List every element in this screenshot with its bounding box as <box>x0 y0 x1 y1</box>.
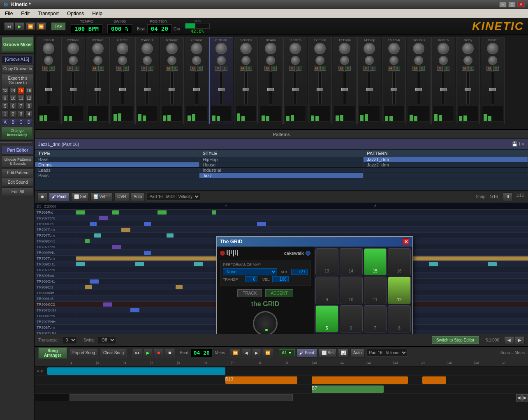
letter-c[interactable]: C <box>18 119 25 126</box>
ch-solo-3[interactable]: S <box>123 66 129 71</box>
tempo-value[interactable]: 100 BPM <box>71 24 102 33</box>
ch-mute-11[interactable]: M <box>314 66 320 71</box>
note-6-0[interactable] <box>112 245 121 249</box>
grid-dialog-close-btn[interactable]: ✕ <box>403 238 409 245</box>
sa-stop-btn[interactable]: ⏹ <box>165 348 175 358</box>
ch-fader-handle-8[interactable] <box>243 88 249 91</box>
maximize-btn[interactable]: □ <box>508 2 516 7</box>
edit-all-btn[interactable]: Edit All <box>2 187 34 196</box>
ch-knob-8[interactable] <box>240 43 252 54</box>
grid-track[interactable]: TR909Rid <box>35 210 528 215</box>
choose-patterns-btn[interactable]: choose Patterns & Sounds <box>2 155 34 168</box>
num-6[interactable]: 6 <box>9 103 16 110</box>
part-select[interactable]: Part 16 : MIDI : Velocity <box>146 193 200 201</box>
num-15[interactable]: 15 <box>18 87 25 94</box>
sa-vel-btn[interactable]: 📊 <box>338 348 349 358</box>
ch-solo-1[interactable]: S <box>74 66 79 71</box>
mixer-ch-6[interactable]: 7:iTranc M S <box>185 37 208 124</box>
sa-rewind-btn[interactable]: ⏮ <box>132 348 142 358</box>
mixer-ch-18[interactable]: Master M S <box>481 37 505 124</box>
ch-fader-handle-16[interactable] <box>440 88 447 91</box>
num-16[interactable]: 16 <box>25 87 32 94</box>
mixer-ch-7[interactable]: 8:TR:80 M S <box>209 37 233 124</box>
ch-knob2-14[interactable] <box>389 56 398 65</box>
ch-fader-3[interactable] <box>121 72 124 104</box>
ch-fader-1[interactable] <box>72 72 75 104</box>
pad-8[interactable]: 8 <box>388 305 411 332</box>
ch-solo-15[interactable]: S <box>419 66 425 71</box>
grid-track[interactable]: TR707Tom <box>35 215 528 221</box>
ch-knob2-12[interactable] <box>340 56 349 65</box>
pad-15[interactable]: 15 <box>364 248 387 275</box>
sa-prev-btn[interactable]: ◀ <box>242 348 251 358</box>
ch-knob-0[interactable] <box>43 43 54 54</box>
ch-knob-6[interactable] <box>191 43 202 54</box>
perf-none-select[interactable]: None <box>223 268 277 275</box>
ch-fader-handle-9[interactable] <box>267 88 274 91</box>
ch-mute-5[interactable]: M <box>166 66 171 71</box>
vel-btn[interactable]: 📊 Vel== <box>90 192 113 201</box>
style-hiphop[interactable]: HipHop <box>199 157 364 162</box>
select-btn[interactable]: ⬜ Sel <box>71 192 89 201</box>
sa-play-btn[interactable]: ▶ <box>144 348 153 358</box>
ch-knob-4[interactable] <box>141 43 153 54</box>
pattern-jazz2[interactable]: Jazz2_drm <box>364 162 528 167</box>
ch-solo-5[interactable]: S <box>172 66 178 71</box>
note-13-1[interactable] <box>176 285 183 289</box>
ch-mute-4[interactable]: M <box>141 66 147 71</box>
ch-knob2-6[interactable] <box>192 56 201 65</box>
ch-knob-9[interactable] <box>265 43 276 54</box>
ch-fader-0[interactable] <box>47 72 50 104</box>
track-notes-1[interactable] <box>76 215 528 221</box>
note-0-3[interactable] <box>212 210 216 215</box>
scroll-thumb[interactable] <box>69 394 293 401</box>
ch-fader-handle-0[interactable] <box>45 88 52 91</box>
scroll-right-btn[interactable]: ▶ <box>515 336 525 344</box>
menu-help[interactable]: Help <box>89 10 106 17</box>
track-content-1[interactable] <box>47 367 528 375</box>
edit-sound-btn[interactable]: Edit Sound <box>2 178 34 187</box>
ch-fader-7[interactable] <box>220 72 223 104</box>
mixer-ch-3[interactable]: 4:TR:90 M S <box>111 37 134 124</box>
ch-fader-5[interactable] <box>170 72 174 104</box>
ch-knob-14[interactable] <box>388 43 400 54</box>
ch-fader-15[interactable] <box>417 72 420 104</box>
ovr-btn[interactable]: OVR <box>114 192 129 201</box>
accent-btn[interactable]: ACCENT <box>265 289 293 297</box>
pad-9[interactable]: 9 <box>315 277 338 304</box>
pad-13[interactable]: 13 <box>315 248 338 275</box>
ch-solo-7[interactable]: S <box>222 66 227 71</box>
copy-groove-btn[interactable]: Copy Groove to <box>2 65 34 73</box>
song-scrollbar[interactable] <box>69 394 516 401</box>
note-9-6[interactable] <box>429 262 438 266</box>
ch-mute-17[interactable]: M <box>462 66 468 71</box>
mixer-ch-4[interactable]: 5:Acid 1 M S <box>135 37 159 124</box>
ch-knob2-1[interactable] <box>69 56 78 65</box>
mixer-ch-5[interactable]: 6:DropZ M S <box>160 37 184 124</box>
sa-record-btn[interactable]: ⏺ <box>154 348 164 358</box>
ch-fader-18[interactable] <box>491 72 494 104</box>
num-14[interactable]: 14 <box>9 87 16 94</box>
ch-solo-9[interactable]: S <box>271 66 277 71</box>
step-editor-btn[interactable]: Switch to Step Editor <box>432 336 479 344</box>
ch-mute-16[interactable]: M <box>437 66 443 71</box>
ch-knob2-15[interactable] <box>414 56 423 65</box>
sa-back-btn[interactable]: ⏪ <box>230 348 241 358</box>
mixer-ch-10[interactable]: 11:OB:S M S <box>283 37 307 124</box>
acc-value[interactable] <box>291 269 308 275</box>
mixer-ch-13[interactable]: 14:Drop M S <box>357 37 381 124</box>
ch-fader-handle-3[interactable] <box>119 88 126 91</box>
back-btn[interactable]: ⏪ <box>25 22 35 30</box>
note-7-0[interactable] <box>144 251 151 255</box>
ch-fader-handle-4[interactable] <box>144 88 151 91</box>
ch-fader-12[interactable] <box>343 72 346 104</box>
song-scroll-right[interactable]: ▶ <box>522 394 528 402</box>
ch-knob-5[interactable] <box>166 43 178 54</box>
pause-btn[interactable]: ⏸ <box>503 192 513 201</box>
ch-fader-6[interactable] <box>195 72 198 104</box>
ch-solo-13[interactable]: S <box>370 66 375 71</box>
swing-select[interactable]: Off <box>98 336 116 344</box>
grid-track[interactable]: TR707Tom <box>35 227 528 233</box>
transp-value[interactable] <box>245 276 257 282</box>
mixer-ch-8[interactable]: 9:OscBs M S <box>234 37 258 124</box>
